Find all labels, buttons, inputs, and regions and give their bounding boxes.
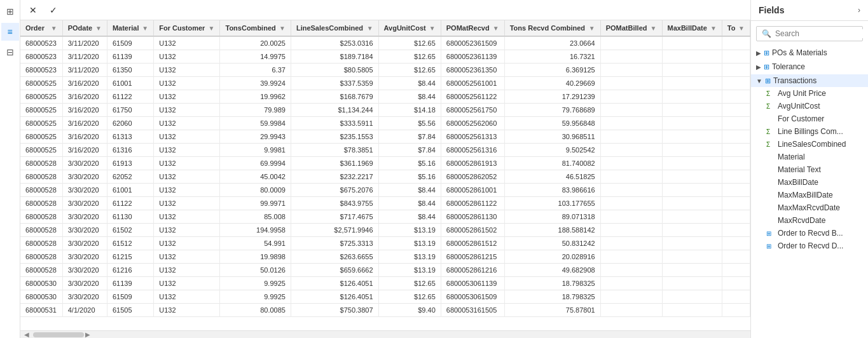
- field-item-linesalescombined[interactable]: Σ LineSalesCombined: [751, 138, 868, 151]
- search-input[interactable]: [775, 29, 868, 38]
- table-row: 680005253/16/202061316U1329.9981$78.3851…: [20, 144, 750, 157]
- table-cell: $2,571.9946: [291, 224, 378, 237]
- table-cell: U132: [154, 64, 220, 77]
- table-cell: 61001: [107, 184, 153, 197]
- field-item-maxmaxbilldate[interactable]: MaxMaxBillDate: [751, 189, 868, 201]
- col-header-podate[interactable]: POdate▼: [62, 20, 107, 36]
- field-label-order-to-recvd-b: Order to Recvd B...: [778, 229, 843, 238]
- table-icon-pos-materials: ⊞: [764, 49, 769, 57]
- table-cell: [600, 36, 662, 50]
- horizontal-scrollbar[interactable]: ◀ ▶: [20, 330, 750, 338]
- table-cell: [600, 170, 662, 184]
- table-cell: 46.51825: [504, 170, 600, 184]
- table-cell: [662, 184, 722, 197]
- table-cell: 61512: [107, 237, 153, 250]
- table-cell: 3/30/2020: [62, 170, 107, 184]
- field-item-avg-unit-price[interactable]: Σ Avg Unit Price: [751, 87, 868, 100]
- field-item-maxrcvddate[interactable]: MaxRcvdDate: [751, 214, 868, 227]
- table-cell: 68000523: [20, 36, 62, 50]
- table-cell: [662, 224, 722, 237]
- table-cell: 49.682908: [504, 264, 600, 277]
- col-header-to[interactable]: To▼: [722, 20, 750, 36]
- col-header-linesalescombined[interactable]: LineSalesCombined▼: [291, 20, 378, 36]
- table-view-icon[interactable]: ≡: [1, 23, 19, 41]
- col-header-tonsrecvdcombined[interactable]: Tons Recvd Combined▼: [504, 20, 600, 36]
- close-button[interactable]: ✕: [25, 3, 41, 18]
- col-header-tonscombined[interactable]: TonsCombined▼: [220, 20, 291, 36]
- table-cell: 40.29669: [504, 77, 600, 90]
- field-item-maxbilldate[interactable]: MaxBillDate: [751, 176, 868, 189]
- matrix-icon[interactable]: ⊟: [1, 43, 19, 61]
- table-cell: [722, 144, 750, 157]
- col-header-pomatbilled[interactable]: POMatBilled▼: [600, 20, 662, 36]
- table-cell: 61350: [107, 64, 153, 77]
- field-label-avg-unit-price: Avg Unit Price: [778, 89, 826, 98]
- table-cell: [662, 90, 722, 104]
- table-cell: U132: [154, 90, 220, 104]
- field-group-header-tolerance[interactable]: ▶ ⊞ Tolerance: [751, 60, 868, 73]
- table-cell: 54.991: [220, 237, 291, 250]
- data-table-container[interactable]: Order▼ POdate▼ Material▼ For Customer▼ T…: [20, 20, 750, 330]
- table-cell: 68000528: [20, 157, 62, 170]
- field-item-line-billings[interactable]: Σ Line Billings Com...: [751, 125, 868, 138]
- field-item-order-to-recvd-d[interactable]: ⊞ Order to Recvd D...: [751, 240, 868, 252]
- table-cell: [600, 277, 662, 290]
- field-item-material-text[interactable]: Material Text: [751, 163, 868, 176]
- grid-icon[interactable]: ⊞: [1, 3, 19, 20]
- scroll-thumb[interactable]: [33, 332, 84, 337]
- table-cell: [722, 117, 750, 130]
- col-header-forcustomer[interactable]: For Customer▼: [154, 20, 220, 36]
- table-cell: 62052: [107, 170, 153, 184]
- table-cell: 80.0009: [220, 184, 291, 197]
- table-cell: [600, 197, 662, 210]
- table-cell: $126.4051: [291, 290, 378, 304]
- field-label-maxmaxrcvddate: MaxMaxRcvdDate: [778, 203, 840, 212]
- table-cell: 6800052861215: [441, 250, 504, 264]
- table-row: 680005253/16/202061001U13239.9924$337.53…: [20, 77, 750, 90]
- table-cell: 6800052861122: [441, 197, 504, 210]
- search-box[interactable]: 🔍: [756, 26, 863, 41]
- check-button[interactable]: ✓: [46, 3, 61, 18]
- table-cell: 68000528: [20, 184, 62, 197]
- table-icon-small: ⊞: [766, 230, 775, 237]
- col-header-maxbilldate[interactable]: MaxBillDate▼: [662, 20, 722, 36]
- scroll-left-arrow[interactable]: ◀: [23, 331, 31, 338]
- fields-list: ▶ ⊞ POs & Materials ▶ ⊞ Tolerance ▼ ⊞ Tr…: [751, 46, 868, 338]
- table-cell: 68000528: [20, 250, 62, 264]
- table-cell: 39.9924: [220, 77, 291, 90]
- table-cell: 61122: [107, 197, 153, 210]
- table-row: 680005253/16/202061313U13229.9943$235.15…: [20, 130, 750, 144]
- field-item-for-customer[interactable]: For Customer: [751, 112, 868, 125]
- table-cell: 61509: [107, 36, 153, 50]
- table-cell: $12.65: [378, 50, 441, 64]
- table-row: 680005233/11/202061350U1326.37$80.5805$1…: [20, 64, 750, 77]
- table-cell: 61001: [107, 77, 153, 90]
- table-cell: 3/16/2020: [62, 144, 107, 157]
- field-item-order-to-recvd-b[interactable]: ⊞ Order to Recvd B...: [751, 227, 868, 240]
- search-icon: 🔍: [762, 29, 771, 38]
- field-label-material: Material: [778, 152, 805, 161]
- table-cell: [662, 36, 722, 50]
- table-cell: 61913: [107, 157, 153, 170]
- table-cell: 3/16/2020: [62, 104, 107, 117]
- col-header-pomatrecvd[interactable]: POMatRecvd▼: [441, 20, 504, 36]
- field-label-maxmaxbilldate: MaxMaxBillDate: [778, 191, 833, 199]
- table-cell: [600, 157, 662, 170]
- col-header-material[interactable]: Material▼: [107, 20, 153, 36]
- field-group-header-transactions[interactable]: ▼ ⊞ Transactions: [751, 74, 868, 87]
- table-cell: [662, 130, 722, 144]
- col-header-order[interactable]: Order▼: [20, 20, 62, 36]
- table-cell: U132: [154, 197, 220, 210]
- table-cell: [662, 77, 722, 90]
- field-item-avgunitcost[interactable]: Σ AvgUnitCost: [751, 100, 868, 112]
- field-group-header-pos-materials[interactable]: ▶ ⊞ POs & Materials: [751, 46, 868, 59]
- table-cell: 61139: [107, 50, 153, 64]
- table-cell: [662, 290, 722, 304]
- table-cell: 6.369125: [504, 64, 600, 77]
- field-item-material[interactable]: Material: [751, 151, 868, 163]
- field-item-maxmaxrcvddate[interactable]: MaxMaxRcvdDate: [751, 201, 868, 214]
- scroll-right-arrow[interactable]: ▶: [84, 331, 92, 338]
- table-cell: 9.9925: [220, 290, 291, 304]
- expand-panel-button[interactable]: ›: [858, 6, 860, 15]
- col-header-avgunitcost[interactable]: AvgUnitCost▼: [378, 20, 441, 36]
